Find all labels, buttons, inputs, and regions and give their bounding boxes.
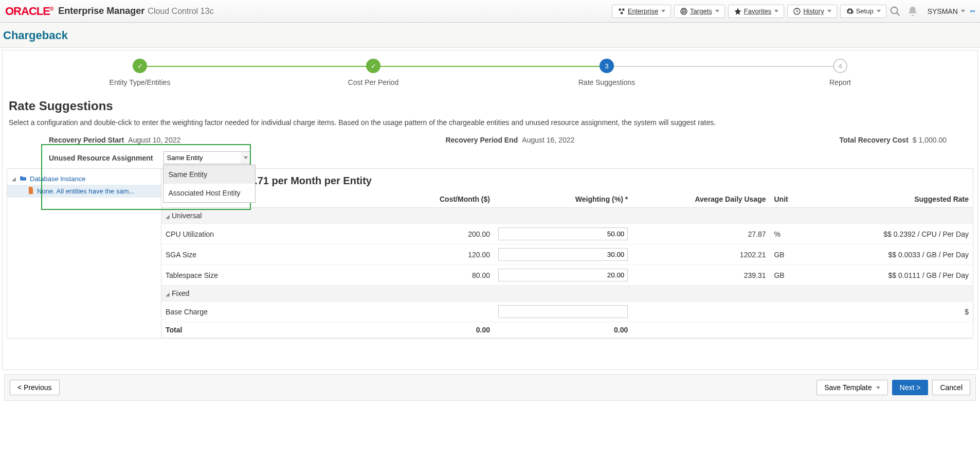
dropdown-list: Same Entity Associated Host Entity <box>163 165 256 203</box>
clock-icon <box>793 7 801 15</box>
dropdown-toggle[interactable] <box>241 151 251 164</box>
wizard-train: ✓ Entity Type/Entities ✓ Cost Per Period… <box>23 59 957 95</box>
category-fixed[interactable]: ◢Fixed <box>161 286 973 302</box>
global-header: ORACLE® Enterprise Manager Cloud Control… <box>0 0 980 23</box>
wizard-step-entities[interactable]: ✓ Entity Type/Entities <box>23 59 257 86</box>
table-row: Base Charge $ <box>161 302 973 322</box>
wizard-step-report[interactable]: 4 Report <box>723 59 957 86</box>
favorites-menu[interactable]: Favorites <box>728 5 784 18</box>
save-template-button[interactable]: Save Template <box>816 380 887 395</box>
tree-node-config[interactable]: None. All entities have the sam... <box>7 185 161 198</box>
section-description: Select a configuration and double-click … <box>9 118 971 127</box>
rates-title: 5.71 per Month per Entity <box>161 169 973 191</box>
col-cost: Cost/Month ($) <box>372 191 494 208</box>
collapse-icon[interactable]: ◢ <box>11 176 16 182</box>
folder-icon <box>20 175 27 183</box>
previous-button[interactable]: < Previous <box>10 380 60 395</box>
svg-rect-1 <box>622 8 624 10</box>
total-cost-value: $ 1,000.00 <box>913 136 947 144</box>
wizard-step-cost[interactable]: ✓ Cost Per Period <box>257 59 490 86</box>
svg-rect-0 <box>619 8 621 10</box>
recovery-end-value: August 16, 2022 <box>522 136 574 144</box>
oracle-logo: ORACLE® <box>5 5 53 18</box>
overflow-menu[interactable]: ▪▪ <box>970 7 975 15</box>
search-icon <box>890 6 901 17</box>
gear-icon <box>846 7 854 15</box>
next-button[interactable]: Next > <box>892 380 929 395</box>
collapse-icon[interactable]: ◢ <box>166 214 170 219</box>
main-panel: ✓ Entity Type/Entities ✓ Cost Per Period… <box>2 50 978 370</box>
setup-menu[interactable]: Setup <box>840 5 886 18</box>
table-row: SGA Size 120.00 1202.21 GB $$ 0.0033 / G… <box>161 244 973 265</box>
chevron-down-icon <box>244 156 248 159</box>
search-button[interactable] <box>886 3 904 20</box>
table-row: CPU Utilization 200.00 27.87 % $$ 0.2392… <box>161 224 973 244</box>
recovery-start-label: Recovery Period Start <box>49 136 124 144</box>
targets-menu[interactable]: Targets <box>674 5 725 18</box>
wizard-step-rates[interactable]: 3 Rate Suggestions <box>490 59 723 86</box>
page-title: Chargeback <box>3 29 977 42</box>
svg-point-7 <box>891 7 897 13</box>
file-icon <box>28 187 34 196</box>
rates-table: Cost/Month ($) Weighting (%) * Average D… <box>161 191 973 338</box>
rates-panel: 5.71 per Month per Entity Cost/Month ($)… <box>161 169 973 338</box>
section-title: Rate Suggestions <box>9 99 971 113</box>
sitemap-icon <box>618 7 626 15</box>
weight-input-base[interactable] <box>498 305 628 318</box>
col-usage: Average Daily Usage <box>632 191 770 208</box>
table-row: Tablespace Size 80.00 239.31 GB $$ 0.011… <box>161 265 973 286</box>
svg-rect-2 <box>621 12 623 14</box>
recovery-start-value: August 10, 2022 <box>128 136 180 144</box>
recovery-end-label: Recovery Period End <box>445 136 518 144</box>
category-universal[interactable]: ◢Universal <box>161 208 973 224</box>
enterprise-menu[interactable]: Enterprise <box>612 5 671 18</box>
tree-node-database-instance[interactable]: ◢ Database Instance <box>7 173 161 185</box>
wizard-footer: < Previous Save Template Next > Cancel <box>4 374 976 401</box>
total-cost-label: Total Recovery Cost <box>839 136 908 144</box>
col-weight: Weighting (%) * <box>494 191 632 208</box>
option-associated-host[interactable]: Associated Host Entity <box>164 184 255 202</box>
bell-icon <box>907 6 918 17</box>
unused-resource-label: Unused Resource Assignment <box>49 154 153 162</box>
page-subheader: Chargeback <box>0 23 980 48</box>
recovery-info-bar: Recovery Period StartAugust 10, 2022 Rec… <box>49 136 947 144</box>
app-subtitle: Cloud Control 13c <box>148 7 213 16</box>
weight-input-cpu[interactable] <box>498 227 628 240</box>
history-menu[interactable]: History <box>787 5 837 18</box>
target-icon <box>680 7 688 15</box>
chevron-down-icon <box>876 386 880 389</box>
svg-point-5 <box>683 11 684 11</box>
weight-input-sga[interactable] <box>498 248 628 261</box>
user-menu[interactable]: SYSMAN <box>928 7 965 15</box>
weight-input-tablespace[interactable] <box>498 269 628 281</box>
collapse-icon[interactable]: ◢ <box>166 291 170 297</box>
col-suggested: Suggested Rate <box>827 191 973 208</box>
option-same-entity[interactable]: Same Entity <box>164 165 255 184</box>
entity-tree: ◢ Database Instance None. All entities h… <box>7 169 161 338</box>
unused-resource-input[interactable] <box>164 151 251 164</box>
unused-resource-select[interactable]: Same Entity Associated Host Entity <box>164 151 251 164</box>
app-title: Enterprise Manager <box>58 6 144 16</box>
total-row: Total 0.00 0.00 <box>161 322 973 338</box>
star-icon <box>734 7 742 15</box>
cancel-button[interactable]: Cancel <box>932 380 970 395</box>
notifications-button[interactable] <box>904 3 921 20</box>
col-unit: Unit <box>770 191 826 208</box>
